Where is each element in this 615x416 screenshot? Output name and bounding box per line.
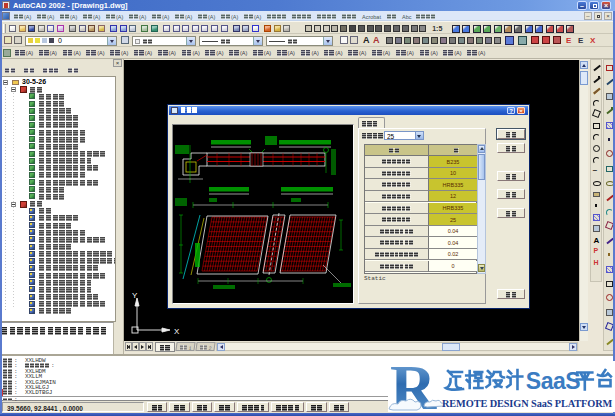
svg-text:X: X	[174, 327, 180, 336]
svg-text:SaaS: SaaS	[526, 368, 580, 394]
svg-text:Y: Y	[132, 291, 138, 300]
svg-text:REMOTE DESIGN SaaS PLATFORM: REMOTE DESIGN SaaS PLATFORM	[442, 398, 613, 409]
